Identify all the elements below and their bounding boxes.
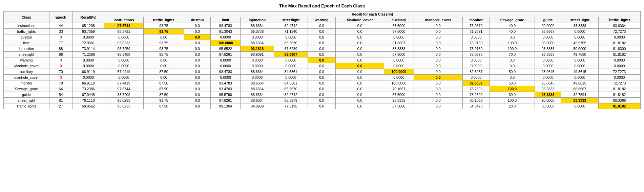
cell-value: 0.0	[184, 52, 210, 57]
cell-value: 97.8261	[211, 52, 241, 57]
cell-epoch: 86	[49, 52, 72, 57]
cell-value: 85.5670	[274, 86, 308, 92]
cell-value: 81.8182	[598, 40, 640, 46]
cell-value: 50.0	[490, 80, 535, 86]
cell-class: street_light	[4, 98, 49, 103]
cell-value: 0.0	[414, 75, 463, 80]
cell-value: 0.0000	[535, 57, 561, 63]
cell-value: 0.0	[414, 34, 463, 40]
cell-recall: 65.1208	[72, 23, 104, 29]
cell-recall: 66.9119	[72, 69, 104, 75]
cell-value: 50.0	[490, 69, 535, 75]
cell-class: manhole_cover	[4, 75, 49, 80]
cell-value: 72.7273	[598, 80, 640, 86]
cell-value: 0.0000	[274, 75, 308, 80]
cell-value: 80.3366	[598, 98, 640, 103]
cell-value: 83.3333	[561, 98, 599, 103]
cell-class: streetlight	[4, 52, 49, 57]
cell-epoch: 0	[49, 63, 72, 69]
table-row: traffic_lights3360.735988.372193.750.091…	[4, 29, 641, 34]
cell-value: 0.0	[184, 40, 210, 46]
cell-class: Traffic_lights	[4, 103, 49, 109]
cell-value: 93.4783	[211, 23, 241, 29]
cell-value: 40.0	[490, 23, 535, 29]
cell-value: 93.4783	[211, 86, 241, 92]
cell-class: instructions	[4, 23, 49, 29]
cell-recall: 66.9119	[72, 80, 104, 86]
cell-value: 93.0233	[104, 103, 143, 109]
cell-value: 0.0000	[384, 63, 414, 69]
cell-value: 100.0000	[211, 40, 241, 46]
cell-value: 90.9091	[241, 52, 274, 57]
cell-value: 84.5361	[274, 80, 308, 86]
cell-value: 0.0	[336, 63, 384, 69]
main-table: Class Epoch Recall(%) Recall for each Cl…	[3, 11, 641, 109]
cell-value: 0.0	[336, 92, 384, 98]
cell-value: 95.8333	[384, 98, 414, 103]
recall-header-streetlight: streetlight	[274, 17, 308, 23]
cell-value: 87.5000	[384, 92, 414, 98]
cell-value: 88.6364	[241, 40, 274, 46]
cell-value: 20.0	[490, 103, 535, 109]
cell-value: 0.0	[414, 46, 463, 52]
cell-value: 0.0	[184, 103, 210, 109]
cell-value: 78.2609	[462, 86, 490, 92]
cell-value: 0.0	[184, 46, 210, 52]
cell-epoch: 33	[49, 29, 72, 34]
cell-value: 77.3196	[274, 103, 308, 109]
cell-value: 88.6364	[241, 80, 274, 86]
cell-value: 0.0	[308, 57, 335, 63]
cell-value: 71.1340	[274, 29, 308, 34]
recall-header-warning: warning	[308, 17, 335, 23]
cell-value: 93.0645	[535, 80, 561, 86]
cell-class: dustbin	[4, 34, 49, 40]
cell-value: 0.0	[184, 29, 210, 34]
cell-value: 0.0000	[241, 63, 274, 69]
cell-value: 72.7273	[598, 29, 640, 34]
cell-value: 81.6300	[598, 46, 640, 52]
recall-header-street-light: street_light	[561, 17, 599, 23]
cell-value: 0.0	[308, 69, 335, 75]
header-recall: Recall(%)	[72, 11, 104, 23]
cell-value: 0.0	[184, 80, 210, 86]
cell-value: 0.0	[308, 103, 335, 109]
cell-epoch: 44	[49, 23, 72, 29]
cell-recall: 73.2386	[72, 86, 104, 92]
cell-value: 0.0	[490, 57, 535, 63]
cell-value: 0.0	[414, 40, 463, 46]
cell-value: 89.6907	[274, 52, 308, 57]
cell-value: 93.1818	[241, 46, 274, 52]
cell-value: 0.0000	[384, 57, 414, 63]
cell-value: 0.0	[336, 103, 384, 109]
cell-value: 0.0	[308, 23, 335, 29]
cell-value: 0.0000	[104, 75, 143, 80]
cell-value: 87.5000	[384, 103, 414, 109]
cell-value: 83.3333	[384, 46, 414, 52]
cell-value: 0.0000	[274, 34, 308, 40]
cell-value: 95.6522	[211, 46, 241, 52]
cell-value: 83.7209	[104, 92, 143, 98]
cell-value: 100.0	[490, 40, 535, 46]
cell-value: 0.0000	[561, 103, 599, 109]
cell-value: 88.6364	[241, 69, 274, 75]
cell-class: Sewage_grate	[4, 86, 49, 92]
cell-value: 89.1304	[211, 103, 241, 109]
cell-value: 100.0	[490, 46, 535, 52]
cell-recall: 67.0448	[72, 92, 104, 98]
cell-value: 82.6087	[462, 69, 490, 75]
cell-value: 82.6087	[462, 80, 490, 86]
cell-value: 86.5979	[274, 98, 308, 103]
cell-value: 49.8615	[561, 80, 599, 86]
cell-value: 0.0000	[462, 57, 490, 63]
cell-value: 0.0000	[561, 34, 599, 40]
cell-class: Manhole_cover	[4, 63, 49, 69]
cell-value: 0.0	[414, 98, 463, 103]
cell-value: 0.0	[414, 86, 463, 92]
cell-value: 0.0000	[241, 34, 274, 40]
recall-header-traffic-lights: Traffic_lights	[598, 17, 640, 23]
cell-value: 0.0	[336, 46, 384, 52]
cell-recall: 60.7359	[72, 29, 104, 34]
cell-value: 100.0000	[384, 69, 414, 75]
cell-value: 0.0000	[598, 34, 640, 40]
table-row: limit7772.950193.023393.750.0100.000088.…	[4, 40, 641, 46]
